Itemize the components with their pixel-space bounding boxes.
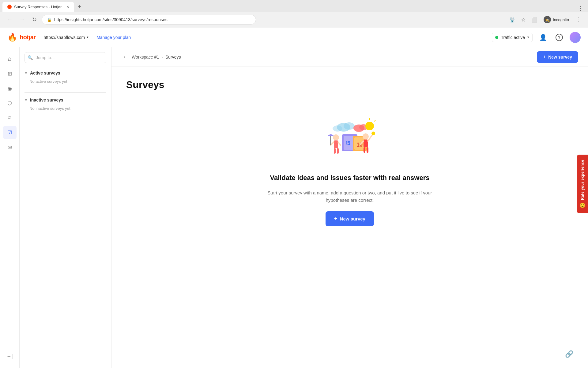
rate-experience-icon: 😊	[579, 202, 586, 208]
search-box: 🔍	[24, 52, 106, 63]
svg-point-23	[363, 133, 369, 140]
back-button[interactable]: ←	[5, 15, 15, 25]
bookmark-button[interactable]: ☆	[518, 15, 528, 25]
sidebar-item-home[interactable]: ⌂	[3, 52, 17, 66]
secondary-sidebar: 🔍 ▼ Active surveys No active surveys yet…	[20, 47, 111, 368]
active-surveys-empty: No active surveys yet	[20, 78, 111, 87]
messages-icon: ✉	[8, 144, 12, 151]
sidebar-item-messages[interactable]: ✉	[3, 140, 17, 154]
inactive-surveys-empty: No inactive surveys yet	[20, 105, 111, 114]
breadcrumb-workspace-link[interactable]: Workspace #1	[132, 55, 159, 59]
site-selector[interactable]: https://snapflows.com ▾	[41, 33, 92, 42]
tab-close-icon[interactable]: ×	[66, 4, 69, 9]
traffic-status[interactable]: Traffic active ▾	[492, 33, 533, 42]
svg-line-7	[374, 120, 375, 121]
user-avatar[interactable]	[570, 32, 581, 43]
svg-point-16	[333, 134, 339, 140]
new-survey-center-icon: +	[334, 216, 337, 222]
new-survey-center-button[interactable]: + New survey	[326, 211, 374, 226]
traffic-dropdown-arrow: ▾	[527, 35, 529, 39]
tab-search-button[interactable]: ⬜	[530, 15, 539, 25]
sidebar-item-feedback[interactable]: ☺	[3, 111, 17, 125]
recordings-icon: ⬡	[7, 100, 12, 106]
traffic-status-text: Traffic active	[501, 35, 525, 40]
search-input[interactable]	[24, 52, 106, 63]
active-tab[interactable]: Survey Responses - Hotjar ×	[2, 2, 74, 12]
svg-rect-20	[334, 148, 336, 154]
empty-state-title: Validate ideas and issues faster with re…	[270, 174, 430, 182]
forward-icon: →	[19, 17, 25, 23]
header-right: + New survey	[537, 51, 578, 63]
site-url-text: https://snapflows.com	[44, 35, 85, 40]
breadcrumb-workspace-text: Workspace #1	[132, 55, 159, 59]
home-icon: ⌂	[8, 56, 11, 62]
sidebar-item-surveys[interactable]: ☑ Surveys	[3, 126, 17, 139]
hotjar-flame-icon: 🔥	[7, 33, 17, 42]
svg-point-2	[333, 125, 342, 132]
svg-rect-17	[334, 140, 338, 148]
add-user-button[interactable]: 👤	[537, 32, 549, 43]
svg-line-19	[338, 142, 341, 145]
svg-line-26	[368, 134, 373, 141]
sidebar-item-observe[interactable]: ◉	[3, 82, 17, 95]
rate-experience-tab[interactable]: Rate your experience 😊	[577, 155, 588, 213]
cast-button[interactable]: 📡	[507, 15, 517, 25]
collapse-sidebar-button[interactable]: →|	[3, 350, 17, 363]
help-button[interactable]: ?	[554, 32, 565, 43]
reload-icon: ↻	[32, 16, 37, 23]
help-icon: ?	[556, 34, 563, 41]
hotjar-logo: 🔥 hotjar	[7, 33, 36, 42]
browser-chrome: Survey Responses - Hotjar × + ⋮ ← → ↻ 🔒 …	[0, 0, 588, 28]
svg-rect-28	[364, 147, 365, 153]
breadcrumb-separator: ›	[161, 55, 163, 59]
inactive-surveys-triangle: ▼	[24, 98, 28, 102]
surveys-illustration: 5 10 1	[316, 117, 383, 167]
active-empty-text: No active surveys yet	[29, 79, 67, 84]
reload-button[interactable]: ↻	[29, 15, 39, 25]
new-survey-header-button[interactable]: + New survey	[537, 51, 578, 63]
incognito-badge[interactable]: 🕵 Incognito	[541, 15, 572, 24]
incognito-label: Incognito	[553, 17, 569, 22]
cast-icon: 📡	[509, 17, 515, 23]
address-bar[interactable]: 🔒 https://insights.hotjar.com/sites/3090…	[42, 15, 256, 25]
breadcrumb-back-button[interactable]: ←	[121, 52, 129, 61]
svg-rect-24	[364, 140, 368, 147]
back-icon: ←	[7, 17, 13, 23]
incognito-icon: 🕵	[544, 16, 551, 23]
browser-tabs: Survey Responses - Hotjar × + ⋮	[0, 0, 588, 12]
app: 🔥 hotjar https://snapflows.com ▾ Manage …	[0, 28, 588, 368]
breadcrumb: ← Workspace #1 › Surveys	[121, 52, 181, 61]
feedback-icon: ☺	[7, 115, 12, 121]
inactive-empty-text: No inactive surveys yet	[29, 106, 70, 111]
manage-plan-link[interactable]: Manage your plan	[96, 35, 131, 40]
svg-point-1	[344, 122, 355, 130]
manage-plan-text: Manage your plan	[96, 35, 131, 40]
page-title: Surveys	[126, 79, 164, 90]
sidebar-item-recordings[interactable]: ⬡	[3, 96, 17, 110]
inactive-surveys-label: Inactive surveys	[30, 98, 63, 102]
surveys-icon: ☑	[7, 129, 12, 136]
link-icon-button[interactable]: 🔗	[565, 350, 573, 358]
svg-line-18	[331, 142, 334, 145]
sidebar-bottom: →|	[3, 222, 17, 363]
new-survey-header-icon: +	[543, 54, 546, 60]
svg-point-27	[371, 132, 375, 135]
new-tab-button[interactable]: +	[74, 2, 85, 12]
sidebar-item-dashboard[interactable]: ⊞	[3, 67, 17, 80]
svg-text:1: 1	[345, 140, 348, 145]
tab-title: Survey Responses - Hotjar	[14, 5, 62, 9]
app-header: ← Workspace #1 › Surveys + New survey	[111, 47, 588, 67]
svg-point-5	[365, 122, 374, 130]
forward-button[interactable]: →	[17, 15, 27, 25]
tab-list-button[interactable]: ⋮	[575, 5, 586, 12]
icon-sidebar: ⌂ ⊞ ◉ ⬡ ☺ ☑ Surveys ✉ →|	[0, 47, 20, 368]
content-area: ⌂ ⊞ ◉ ⬡ ☺ ☑ Surveys ✉ →|	[0, 47, 588, 368]
url-text: https://insights.hotjar.com/sites/309041…	[54, 17, 251, 22]
tab-search-icon: ⬜	[531, 17, 537, 23]
inactive-surveys-section: ▼ Inactive surveys No inactive surveys y…	[20, 95, 111, 114]
top-bar: 🔥 hotjar https://snapflows.com ▾ Manage …	[0, 28, 588, 47]
surveys-page-content: Surveys	[111, 67, 588, 239]
inactive-surveys-header[interactable]: ▼ Inactive surveys	[20, 95, 111, 105]
more-button[interactable]: ⋮	[573, 15, 583, 25]
active-surveys-header[interactable]: ▼ Active surveys	[20, 68, 111, 78]
